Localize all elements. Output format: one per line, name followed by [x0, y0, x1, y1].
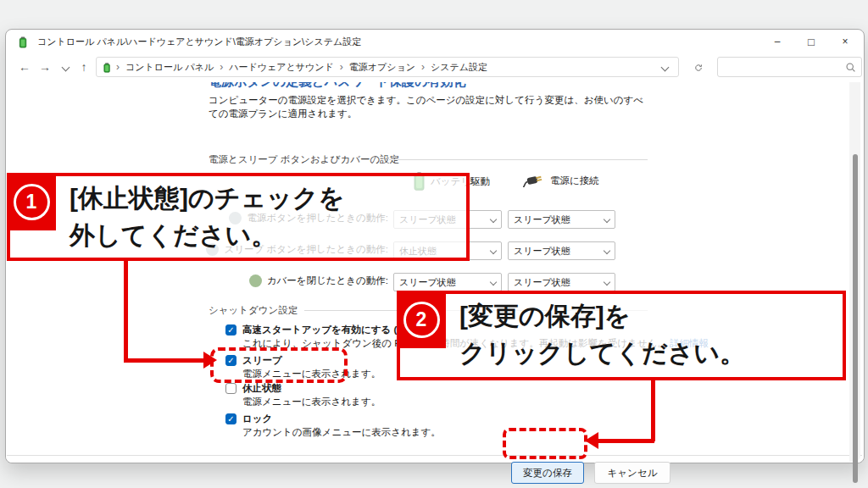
forward-icon: → [39, 60, 51, 74]
search-input[interactable] [723, 61, 845, 73]
recent-pages-button[interactable] [55, 57, 75, 77]
annotation-step2-text: [変更の保存]を クリックしてください。 [459, 297, 745, 372]
checkbox-hibernate-desc: 電源メニューに表示されます。 [242, 396, 381, 408]
step1-number: 1 [14, 184, 50, 220]
dropdown-sleep-button-ac[interactable]: スリープ状態 [508, 241, 615, 260]
scrollbar-thumb[interactable] [853, 154, 858, 483]
section-power-sleep-buttons: 電源とスリープ ボタンおよびカバーの設定 [209, 153, 399, 166]
close-button[interactable]: × [828, 30, 862, 53]
checkbox-lock[interactable] [225, 413, 236, 424]
maximize-button[interactable]: □ [794, 30, 828, 53]
back-button[interactable]: ← [14, 57, 35, 77]
checkbox-fast-startup[interactable] [225, 324, 236, 336]
annotation-save-highlight [503, 428, 587, 459]
plug-icon [521, 174, 544, 187]
chevron-down-icon [61, 63, 70, 71]
annotation-step2-badge: 2 [397, 291, 446, 348]
annotation-step1-badge: 1 [7, 173, 56, 230]
annotation-step1-text: [休止状態]のチェックを 外してください。 [70, 180, 344, 254]
chevron-down-icon [604, 247, 610, 254]
column-header-ac: 電源に接続 [521, 174, 599, 187]
close-icon: × [842, 36, 848, 47]
refresh-button[interactable] [689, 58, 708, 77]
save-changes-button[interactable]: 変更の保存 [511, 462, 584, 484]
step2-number: 2 [403, 302, 440, 338]
up-icon: ↑ [81, 60, 87, 74]
navigation-toolbar: ← → ↑ › コントロール パネル › ハードウェアとサウンド › 電源オプシ… [6, 53, 864, 83]
cancel-button[interactable]: キャンセル [594, 462, 670, 484]
page-content: 電源ボタンの定義とパスワード保護の有効化 コンピューターの電源設定を選択できます… [6, 82, 864, 463]
annotation-step1-connector-vertical [124, 259, 128, 363]
desktop: コントロール パネル\ハードウェアとサウンド\電源オプション\システム設定 – … [0, 0, 868, 488]
annotation-step2-connector-horizontal [597, 439, 654, 443]
footer-divider [7, 455, 862, 456]
up-button[interactable]: ↑ [74, 57, 94, 77]
chevron-down-icon [490, 279, 497, 286]
power-options-icon [17, 36, 30, 48]
annotation-step2-box: 2 [変更の保存]を クリックしてください。 [397, 291, 846, 380]
annotation-step2-connector-vertical [651, 379, 655, 441]
minimize-button[interactable]: – [760, 30, 794, 53]
crumb-separator-icon: › [113, 61, 123, 73]
breadcrumb-dropdown-icon[interactable] [661, 63, 670, 71]
dropdown-close-lid-ac[interactable]: スリープ状態 [508, 273, 615, 291]
breadcrumb[interactable]: › コントロール パネル › ハードウェアとサウンド › 電源オプション › シ… [96, 57, 679, 77]
window-title: コントロール パネル\ハードウェアとサウンド\電源オプション\システム設定 [37, 36, 361, 48]
checkbox-hibernate[interactable] [225, 383, 236, 394]
checkbox-lock-label: ロック [242, 413, 272, 425]
maximize-icon: □ [808, 36, 815, 47]
forward-button[interactable]: → [35, 57, 55, 77]
annotation-step1-connector-horizontal [124, 358, 205, 363]
section-divider [389, 159, 648, 160]
section-shutdown-settings: シャットダウン設定 [209, 304, 298, 317]
back-icon: ← [19, 60, 31, 74]
chevron-down-icon [604, 216, 610, 223]
breadcrumb-item-control-panel[interactable]: コントロール パネル [123, 61, 216, 74]
page-title: 電源ボタンの定義とパスワード保護の有効化 [209, 82, 565, 91]
crumb-separator-icon: › [216, 61, 226, 73]
annotation-hibernate-highlight [210, 347, 348, 383]
annotation-step1-box: 1 [休止状態]のチェックを 外してください。 [7, 173, 470, 261]
power-options-icon-small [102, 62, 113, 73]
checkbox-lock-desc: アカウントの画像メニューに表示されます。 [242, 426, 441, 439]
dropdown-power-button-ac[interactable]: スリープ状態 [508, 210, 615, 229]
breadcrumb-item-power-options[interactable]: 電源オプション [347, 61, 418, 74]
window-controls: – □ × [760, 30, 862, 53]
crumb-separator-icon: › [337, 61, 347, 73]
refresh-icon [694, 62, 703, 74]
row-close-lid: カバーを閉じたときの動作: [209, 274, 388, 287]
chevron-down-icon [490, 247, 497, 254]
title-bar: コントロール パネル\ハードウェアとサウンド\電源オプション\システム設定 – … [6, 30, 864, 53]
breadcrumb-item-system-settings[interactable]: システム設定 [428, 61, 490, 74]
search-box [717, 57, 862, 77]
checkbox-fast-startup-label: 高速スタートアップを有効にする (推奨) [242, 324, 420, 336]
chevron-down-icon [604, 279, 610, 286]
breadcrumb-item-hardware-sound[interactable]: ハードウェアとサウンド [226, 61, 337, 74]
lid-icon [249, 274, 262, 287]
dropdown-close-lid-battery[interactable]: スリープ状態 [393, 273, 502, 291]
crumb-separator-icon: › [418, 61, 428, 73]
minimize-icon: – [775, 36, 781, 47]
intro-text: コンピューターの電源設定を選択できます。このページの設定に対して行う変更は、お使… [209, 93, 649, 120]
checkbox-hibernate-label: 休止状態 [242, 382, 281, 395]
search-icon [845, 62, 856, 73]
chevron-down-icon [490, 216, 497, 223]
